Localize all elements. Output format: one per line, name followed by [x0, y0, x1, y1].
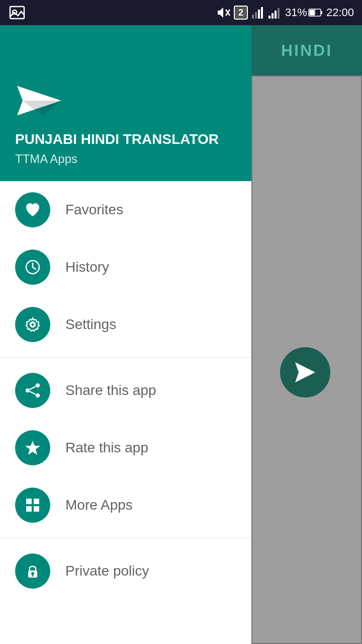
menu-section-3: Private policy: [0, 542, 251, 600]
privacy-label: Private policy: [65, 563, 149, 579]
history-label: History: [65, 259, 109, 275]
svg-marker-33: [25, 441, 40, 455]
divider-1: [0, 357, 251, 358]
battery-text: 31%: [285, 6, 307, 19]
battery-icon: [308, 8, 323, 17]
lock-icon: [24, 562, 42, 580]
status-bar: 2 31% 22:00: [0, 0, 362, 25]
menu-item-settings[interactable]: Settings: [0, 296, 251, 353]
screenshot-icon: [8, 4, 26, 22]
status-icons: 2 31% 22:00: [215, 6, 354, 20]
menu-item-more-apps[interactable]: More Apps: [0, 476, 251, 534]
svg-rect-35: [34, 499, 39, 504]
menu-section-1: Favorites History: [0, 181, 251, 353]
share-label: Share this app: [65, 382, 156, 398]
svg-rect-6: [255, 12, 257, 19]
signal-icon: [251, 6, 265, 20]
svg-point-29: [26, 388, 30, 392]
rate-icon-circle: [15, 430, 50, 465]
hindi-language-label: HINDI: [251, 25, 362, 75]
app-logo-icon: [15, 80, 65, 121]
svg-line-24: [33, 267, 36, 269]
navigation-drawer: PUNJABI HINDI TRANSLATOR TTMA Apps Favor…: [0, 25, 251, 644]
svg-line-31: [30, 386, 36, 389]
drawer-header: PUNJABI HINDI TRANSLATOR TTMA Apps: [0, 25, 251, 181]
svg-rect-5: [252, 15, 254, 19]
svg-marker-19: [295, 362, 315, 382]
app-logo: [15, 80, 236, 121]
svg-rect-34: [26, 499, 32, 504]
clock-icon: [24, 258, 42, 276]
app-subtitle: TTMA Apps: [15, 152, 236, 166]
svg-rect-10: [272, 13, 274, 19]
menu-item-share[interactable]: Share this app: [0, 362, 251, 419]
favorites-icon-circle: [15, 192, 50, 227]
history-icon-circle: [15, 250, 50, 285]
svg-marker-2: [218, 8, 223, 18]
notification-badge: 2: [234, 6, 248, 20]
signal-icon2: [268, 6, 282, 20]
share-icon: [24, 381, 42, 399]
settings-label: Settings: [65, 316, 116, 333]
rate-label: Rate this app: [65, 440, 148, 456]
svg-line-32: [30, 391, 36, 394]
svg-rect-12: [278, 8, 280, 19]
menu-item-history[interactable]: History: [0, 238, 251, 296]
gear-icon: [24, 315, 42, 334]
clock-display: 22:00: [326, 6, 354, 19]
svg-rect-11: [275, 11, 277, 19]
star-icon: [24, 439, 42, 457]
menu-item-favorites[interactable]: Favorites: [0, 181, 251, 238]
menu-section-2: Share this app Rate this app More App: [0, 362, 251, 534]
more-apps-label: More Apps: [65, 497, 133, 513]
more-apps-icon-circle: [15, 488, 50, 523]
settings-icon-circle: [15, 307, 50, 342]
battery-indicator: 31%: [285, 6, 323, 19]
svg-point-27: [32, 324, 34, 326]
translate-button-right[interactable]: [280, 347, 330, 397]
heart-icon: [24, 201, 42, 219]
svg-rect-36: [26, 506, 32, 512]
mute-icon: [215, 6, 231, 20]
svg-rect-37: [34, 506, 39, 512]
app-title: PUNJABI HINDI TRANSLATOR: [15, 131, 236, 148]
svg-point-28: [36, 383, 40, 387]
svg-rect-7: [258, 10, 260, 19]
svg-rect-14: [321, 11, 322, 14]
privacy-icon-circle: [15, 553, 50, 589]
favorites-label: Favorites: [65, 202, 123, 218]
svg-rect-8: [261, 7, 263, 19]
menu-item-privacy[interactable]: Private policy: [0, 542, 251, 600]
grid-icon: [24, 496, 42, 514]
share-icon-circle: [15, 373, 50, 408]
hindi-text: HINDI: [281, 41, 332, 60]
svg-point-30: [36, 393, 40, 397]
send-icon-right: [293, 360, 318, 385]
divider-2: [0, 538, 251, 538]
svg-rect-9: [268, 16, 270, 19]
menu-item-rate[interactable]: Rate this app: [0, 419, 251, 476]
